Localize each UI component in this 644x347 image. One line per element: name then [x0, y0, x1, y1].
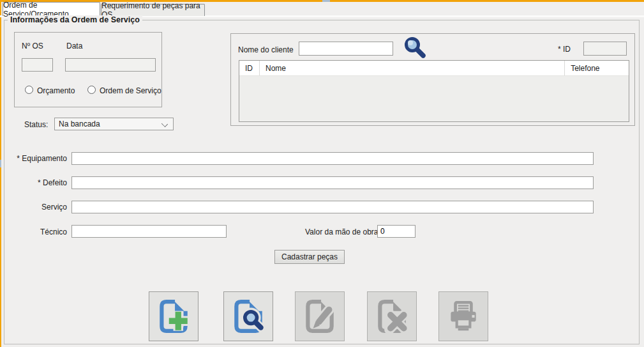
- tecnico-input[interactable]: [71, 225, 227, 238]
- document-plus-icon: [155, 298, 192, 335]
- delete-os-button: [367, 291, 417, 341]
- service-order-window: Ordem de Serviço/Orçamento Requerimento …: [0, 0, 644, 347]
- status-select[interactable]: Na bancada: [54, 118, 174, 130]
- defeito-label: * Defeito: [0, 178, 67, 187]
- client-search-button[interactable]: [402, 36, 428, 60]
- orcamento-radio-label: Orçamento: [37, 86, 75, 95]
- client-name-label: Nome do cliente: [238, 45, 294, 54]
- data-label: Data: [66, 42, 82, 50]
- equipamento-label: * Equipamento: [0, 154, 67, 163]
- cadastrar-pecas-label: Cadastrar peças: [281, 252, 338, 261]
- orcamento-radio[interactable]: [25, 86, 33, 94]
- servico-input[interactable]: [71, 201, 594, 213]
- group-title: Informações da Ordem de Serviço: [8, 15, 142, 24]
- column-header-nome[interactable]: Nome: [260, 61, 565, 75]
- tab-requerimento-pecas[interactable]: Requerimento de peças para OS: [101, 4, 205, 16]
- column-header-telefone[interactable]: Telefone: [565, 61, 629, 75]
- ordem-servico-radio[interactable]: [87, 86, 96, 94]
- equipamento-input[interactable]: [71, 152, 594, 165]
- client-panel: Nome do cliente * ID ID Nome Telefone: [230, 33, 635, 126]
- ordem-servico-radio-label: Ordem de Serviço: [100, 86, 161, 95]
- cadastrar-pecas-button[interactable]: Cadastrar peças: [274, 250, 345, 264]
- data-field[interactable]: [65, 58, 156, 72]
- numero-os-label: Nº OS: [22, 42, 43, 50]
- numero-os-field[interactable]: [22, 58, 53, 72]
- edit-os-button: [295, 291, 345, 341]
- magnifier-icon: [402, 36, 428, 60]
- column-header-id[interactable]: ID: [239, 61, 260, 75]
- status-label: Status:: [24, 120, 48, 129]
- client-name-input[interactable]: [299, 42, 393, 56]
- defeito-input[interactable]: [71, 176, 594, 189]
- window-border-left: [0, 0, 1, 347]
- valor-mao-de-obra-label: Valor da mão de obra: [305, 227, 378, 236]
- new-os-button[interactable]: [149, 291, 198, 341]
- tecnico-label: Técnico: [0, 227, 67, 236]
- document-edit-icon: [301, 298, 338, 335]
- client-table-header: ID Nome Telefone: [239, 61, 629, 76]
- print-os-button: [438, 291, 488, 341]
- tab-ordem-servico[interactable]: Ordem de Serviço/Orçamento: [3, 2, 100, 16]
- client-id-field[interactable]: [583, 42, 627, 56]
- window-resize-grip-top: [322, 0, 330, 2]
- servico-label: Serviço: [0, 203, 67, 212]
- chevron-down-icon: [161, 121, 168, 127]
- status-selected-value: Na bancada: [59, 120, 100, 128]
- client-results-table[interactable]: ID Nome Telefone: [239, 60, 629, 122]
- os-number-panel: Nº OS Data Orçamento Ordem de Serviço: [14, 32, 162, 107]
- printer-icon: [445, 298, 482, 335]
- valor-mao-de-obra-input[interactable]: [377, 225, 416, 238]
- search-os-button[interactable]: [223, 291, 273, 341]
- document-search-icon: [230, 298, 267, 335]
- client-id-label: * ID: [558, 45, 571, 54]
- document-delete-icon: [373, 298, 410, 335]
